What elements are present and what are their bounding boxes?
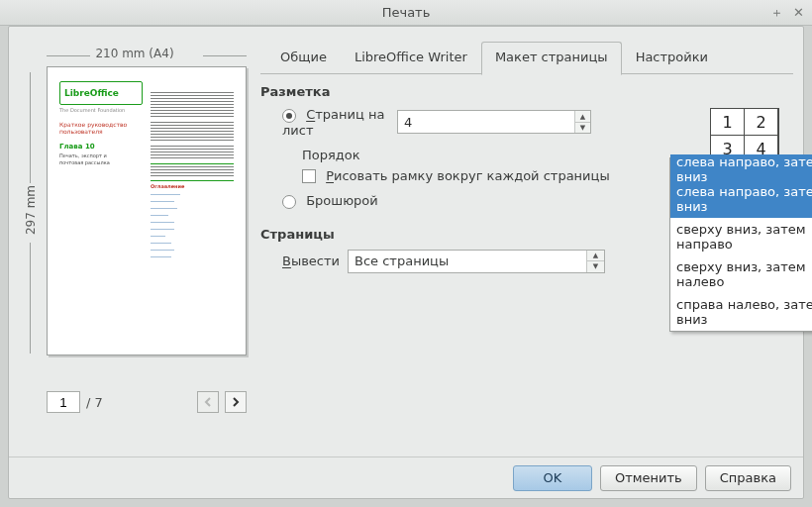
next-page-button[interactable] <box>225 391 247 413</box>
combo-up-icon[interactable]: ▲ <box>587 251 604 261</box>
preview-pager: / 7 <box>47 391 247 413</box>
output-combo[interactable]: Все страницы ▲ ▼ <box>348 250 605 273</box>
layout-cell: 2 <box>744 108 778 136</box>
order-dropdown[interactable]: слева направо, затем вниз ▲ ▼ слева напр… <box>669 157 812 332</box>
page-preview: LibreOffice The Document Foundation Крат… <box>47 66 247 355</box>
brochure-radio[interactable] <box>282 195 296 209</box>
title-bar: Печать ＋ ✕ <box>0 0 812 26</box>
brochure-label: Брошюрой <box>306 193 378 208</box>
preview-toc-heading: Оглавление <box>151 183 234 189</box>
preview-col2-heading <box>151 83 234 90</box>
tab-page-layout[interactable]: Макет страницы <box>481 42 622 75</box>
print-dialog: 210 mm (A4) 297 mm LibreOffice The Docum… <box>8 26 804 499</box>
preview-chapter-line2: почтовая рассылка <box>59 159 143 165</box>
order-option[interactable]: справа налево, затем вниз <box>670 293 812 331</box>
order-option[interactable]: сверху вниз, затем направо <box>670 218 812 255</box>
window-close-icon[interactable]: ✕ <box>793 5 804 20</box>
ok-button[interactable]: OK <box>513 465 592 491</box>
spin-up-icon[interactable]: ▲ <box>575 111 590 122</box>
combo-down-icon[interactable]: ▼ <box>587 260 604 272</box>
cancel-button[interactable]: Отменить <box>600 465 697 491</box>
prev-page-button[interactable] <box>197 391 219 413</box>
output-label: Вывести <box>282 254 340 268</box>
preview-logo: LibreOffice <box>59 81 143 105</box>
tab-writer[interactable]: LibreOffice Writer <box>341 42 481 75</box>
preview-chapter-line1: Печать, экспорт и <box>59 152 143 158</box>
preview-logo-text: LibreOffice <box>64 88 119 98</box>
preview-chapter: Глава 10 <box>59 143 143 151</box>
preview-red-text: Краткое руководство пользователя <box>59 121 143 135</box>
tab-bar: Общие LibreOffice Writer Макет страницы … <box>260 41 793 74</box>
page-width-label: 210 mm (A4) <box>95 47 173 60</box>
preview-logo-sub: The Document Foundation <box>59 107 143 113</box>
draw-border-label: Рисовать рамку вокруг каждой страницы <box>326 168 610 183</box>
pages-per-sheet-value: 4 <box>398 115 574 130</box>
pages-per-sheet-label: Страниц на лист <box>282 107 384 138</box>
tab-options[interactable]: Настройки <box>622 42 722 75</box>
page-height-dimension: 297 mm <box>21 64 41 361</box>
dialog-footer: OK Отменить Справка <box>9 456 803 498</box>
tab-general[interactable]: Общие <box>266 42 341 75</box>
order-option[interactable]: слева направо, затем вниз <box>670 180 812 218</box>
section-layout-heading: Разметка <box>260 84 793 99</box>
page-width-dimension: 210 mm (A4) <box>23 47 247 66</box>
pages-per-sheet-spinner[interactable]: 4 ▲ ▼ <box>397 110 591 134</box>
order-option[interactable]: сверху вниз, затем налево <box>670 255 812 293</box>
window-title: Печать <box>382 5 431 20</box>
order-dropdown-head[interactable]: слева направо, затем вниз ▲ ▼ <box>670 158 812 180</box>
spin-down-icon[interactable]: ▼ <box>575 122 590 134</box>
page-total-label: / 7 <box>86 395 103 410</box>
page-height-label: 297 mm <box>24 180 38 240</box>
window-minimize-icon[interactable]: ＋ <box>770 4 783 22</box>
order-dropdown-value: слева направо, затем вниз <box>670 154 812 184</box>
pages-per-sheet-radio[interactable] <box>282 109 296 123</box>
draw-border-checkbox[interactable] <box>302 169 316 183</box>
page-number-input[interactable] <box>47 391 80 413</box>
help-button[interactable]: Справка <box>705 465 791 491</box>
output-combo-value: Все страницы <box>349 254 586 268</box>
preview-pane: 210 mm (A4) 297 mm LibreOffice The Docum… <box>23 47 247 413</box>
layout-cell: 1 <box>710 108 745 136</box>
order-label: Порядок <box>260 148 387 162</box>
tab-content: Разметка Страниц на лист 4 ▲ ▼ Порядок Р… <box>260 74 793 451</box>
